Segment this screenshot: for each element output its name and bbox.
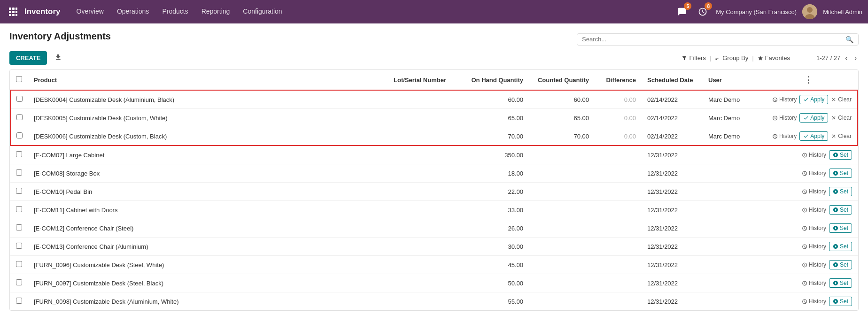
row-checkbox[interactable] — [16, 169, 22, 176]
set-button[interactable]: Set — [829, 223, 852, 233]
history-button[interactable]: History — [772, 96, 797, 103]
lot-number — [388, 201, 463, 219]
menu-overview[interactable]: Overview — [70, 0, 110, 23]
clear-button[interactable]: Clear — [831, 115, 852, 121]
pagination-next[interactable]: › — [852, 53, 859, 63]
apps-menu-button[interactable] — [6, 4, 21, 19]
history-button[interactable]: History — [772, 133, 797, 139]
menu-products[interactable]: Products — [155, 0, 194, 23]
product-link[interactable]: [DESK0006] Customizable Desk (Custom, Bl… — [34, 133, 167, 140]
product-link[interactable]: [FURN_0098] Customizable Desk (Aluminium… — [34, 298, 178, 305]
history-button[interactable]: History — [801, 152, 826, 158]
lot-number — [388, 109, 463, 127]
row-checkbox[interactable] — [16, 298, 22, 304]
row-checkbox[interactable] — [16, 96, 23, 102]
apply-button[interactable]: Apply — [799, 95, 828, 104]
difference — [595, 292, 642, 311]
row-checkbox[interactable] — [16, 188, 22, 194]
svg-rect-7 — [12, 14, 15, 16]
set-button[interactable]: Set — [829, 278, 852, 288]
menu-reporting[interactable]: Reporting — [195, 0, 237, 23]
row-checkbox[interactable] — [16, 114, 23, 120]
apply-button[interactable]: Apply — [799, 113, 828, 123]
brand-name[interactable]: Inventory — [24, 7, 61, 16]
favorites-button[interactable]: Favorites — [758, 54, 790, 61]
download-button[interactable] — [51, 52, 66, 65]
topnav-right-section: 5 8 My Company (San Francisco) Mitchell … — [674, 4, 862, 19]
row-actions: History Set — [759, 274, 858, 292]
history-button[interactable]: History — [801, 243, 826, 250]
user-menu[interactable]: Mitchell Admin — [823, 8, 862, 15]
difference — [595, 183, 642, 201]
create-button[interactable]: CREATE — [9, 51, 47, 65]
counted-quantity — [529, 256, 595, 274]
avatar[interactable] — [802, 4, 817, 19]
column-options-icon[interactable]: ⋮ — [801, 74, 815, 85]
row-checkbox[interactable] — [16, 151, 22, 157]
set-button[interactable]: Set — [829, 297, 852, 306]
product-link[interactable]: [E-COM07] Large Cabinet — [34, 152, 104, 159]
groupby-button[interactable]: Group By — [715, 54, 748, 61]
header-lot[interactable]: Lot/Serial Number — [388, 70, 463, 90]
history-button[interactable]: History — [801, 280, 826, 286]
row-checkbox[interactable] — [16, 279, 22, 285]
set-button[interactable]: Set — [829, 150, 852, 160]
row-checkbox[interactable] — [16, 243, 22, 249]
inventory-table: Product Lot/Serial Number On Hand Quanti… — [9, 69, 859, 311]
history-button[interactable]: History — [801, 261, 826, 268]
pagination: 1-27 / 27 ‹ › — [816, 53, 859, 63]
row-actions: History Apply Clear — [759, 109, 858, 127]
row-actions: History Set — [759, 183, 858, 201]
row-checkbox[interactable] — [16, 132, 23, 138]
history-button[interactable]: History — [801, 207, 826, 213]
filters-button[interactable]: Filters — [682, 54, 705, 61]
search-input[interactable] — [582, 36, 845, 43]
row-checkbox[interactable] — [16, 261, 22, 267]
chat-notifications-button[interactable]: 5 — [674, 4, 690, 19]
product-link[interactable]: [E-COM10] Pedal Bin — [34, 188, 92, 195]
product-link[interactable]: [E-COM13] Conference Chair (Aluminium) — [34, 243, 148, 250]
set-button[interactable]: Set — [829, 260, 852, 269]
svg-rect-6 — [9, 14, 11, 16]
apply-button[interactable]: Apply — [799, 131, 828, 141]
product-link[interactable]: [FURN_0096] Customizable Desk (Steel, Wh… — [34, 261, 164, 269]
select-all-checkbox[interactable] — [16, 76, 22, 82]
set-button[interactable]: Set — [829, 187, 852, 196]
product-link[interactable]: [FURN_0097] Customizable Desk (Steel, Bl… — [34, 280, 163, 287]
row-checkbox[interactable] — [16, 224, 22, 230]
history-button[interactable]: History — [801, 225, 826, 231]
header-user[interactable]: User — [703, 70, 759, 90]
menu-configuration[interactable]: Configuration — [236, 0, 288, 23]
counted-quantity — [529, 201, 595, 219]
product-link[interactable]: [DESK0004] Customizable Desk (Aluminium,… — [34, 96, 174, 103]
history-button[interactable]: History — [801, 298, 826, 305]
row-actions: History Set — [759, 256, 858, 274]
header-counted[interactable]: Counted Quantity — [529, 70, 595, 90]
product-link[interactable]: [E-COM08] Storage Box — [34, 170, 100, 177]
header-product[interactable]: Product — [28, 70, 388, 90]
search-bar[interactable]: 🔍 — [577, 33, 859, 46]
on-hand-quantity: 70.00 — [463, 127, 529, 146]
company-switcher[interactable]: My Company (San Francisco) — [716, 8, 797, 15]
activity-notifications-button[interactable]: 8 — [695, 4, 710, 19]
clear-button[interactable]: Clear — [831, 133, 852, 139]
set-button[interactable]: Set — [829, 169, 852, 178]
set-button[interactable]: Set — [829, 205, 852, 215]
set-button[interactable]: Set — [829, 242, 852, 251]
clear-button[interactable]: Clear — [831, 96, 852, 103]
product-link[interactable]: [E-COM12] Conference Chair (Steel) — [34, 225, 133, 232]
product-link[interactable]: [E-COM11] Cabinet with Doors — [34, 207, 117, 214]
header-date[interactable]: Scheduled Date — [642, 70, 703, 90]
product-link[interactable]: [DESK0005] Customizable Desk (Custom, Wh… — [34, 115, 168, 122]
history-button[interactable]: History — [801, 170, 826, 177]
menu-operations[interactable]: Operations — [110, 0, 155, 23]
lot-number — [388, 183, 463, 201]
user — [703, 292, 759, 311]
row-checkbox[interactable] — [16, 206, 22, 212]
header-onhand[interactable]: On Hand Quantity — [463, 70, 529, 90]
header-actions[interactable]: ⋮ — [759, 70, 858, 90]
pagination-prev[interactable]: ‹ — [843, 53, 849, 63]
history-button[interactable]: History — [772, 115, 797, 121]
header-difference[interactable]: Difference — [595, 70, 642, 90]
history-button[interactable]: History — [801, 188, 826, 195]
